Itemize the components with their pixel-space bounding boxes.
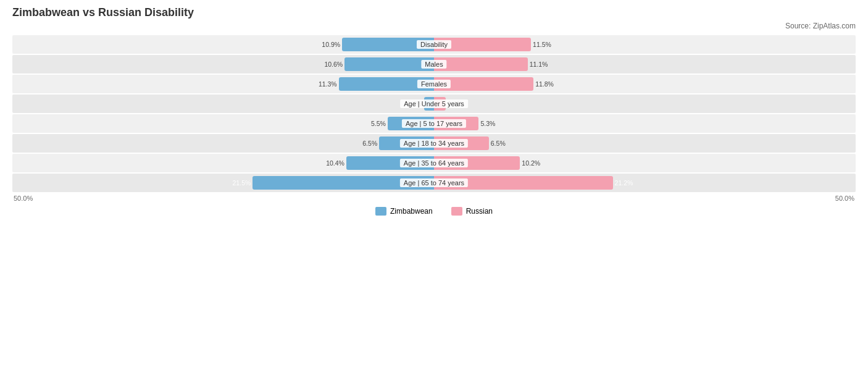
blue-bar-value: 5.5%	[371, 120, 386, 127]
pink-bar	[434, 57, 528, 71]
pink-bar-value: 11.8%	[535, 80, 554, 88]
pink-bar	[434, 176, 613, 190]
bar-row: 10.9%Disability11.5%	[12, 35, 856, 54]
pink-bar	[434, 156, 520, 170]
bar-row: 11.3%Females11.8%	[12, 75, 856, 93]
axis-right: 50.0%	[835, 195, 854, 202]
blue-bar-value: 10.9%	[322, 41, 340, 48]
axis-labels: 50.0% 50.0%	[12, 195, 856, 202]
legend: Zimbabwean Russian	[12, 207, 856, 216]
legend-label-zimbabwean: Zimbabwean	[390, 207, 433, 216]
bar-row: 1.2%Age | Under 5 years1.4%	[12, 94, 856, 113]
pink-bar-value: 1.4%	[448, 100, 462, 107]
pink-bar	[434, 97, 446, 111]
blue-bar-value: 1.2%	[407, 100, 422, 107]
legend-item-russian: Russian	[451, 207, 493, 216]
blue-bar	[379, 136, 434, 150]
bar-row: 21.5%Age | 65 to 74 years21.2%	[12, 174, 856, 192]
pink-bar-value: 21.2%	[615, 179, 633, 187]
pink-bar	[434, 77, 533, 91]
pink-bar	[434, 38, 531, 51]
pink-bar-value: 11.5%	[533, 41, 551, 48]
pink-bar-value: 11.1%	[530, 61, 548, 68]
blue-bar	[424, 97, 434, 111]
pink-bar	[434, 117, 478, 130]
bar-row: 5.5%Age | 5 to 17 years5.3%	[12, 114, 856, 133]
blue-bar-value: 10.6%	[324, 61, 343, 68]
blue-bar	[339, 77, 434, 91]
blue-bar	[346, 156, 434, 170]
pink-bar-value: 6.5%	[491, 140, 506, 147]
bar-row: 10.6%Males11.1%	[12, 55, 856, 74]
bar-row: 10.4%Age | 35 to 64 years10.2%	[12, 154, 856, 172]
blue-bar-value: 6.5%	[362, 140, 377, 147]
legend-color-russian	[451, 207, 462, 216]
axis-left: 50.0%	[14, 195, 33, 202]
blue-bar	[342, 38, 434, 51]
pink-bar-value: 5.3%	[480, 120, 495, 127]
blue-bar	[388, 117, 434, 130]
blue-bar	[252, 176, 434, 190]
pink-bar-value: 10.2%	[522, 159, 540, 167]
chart-title: Zimbabwean vs Russian Disability	[12, 6, 856, 19]
blue-bar-value: 21.5%	[233, 179, 251, 187]
pink-bar	[434, 136, 489, 150]
legend-label-russian: Russian	[466, 207, 493, 216]
legend-item-zimbabwean: Zimbabwean	[375, 207, 433, 216]
chart-container: 10.9%Disability11.5%10.6%Males11.1%11.3%…	[12, 35, 856, 192]
blue-bar	[344, 57, 434, 71]
legend-color-zimbabwean	[375, 207, 386, 216]
source-label: Source: ZipAtlas.com	[12, 22, 856, 30]
bar-row: 6.5%Age | 18 to 34 years6.5%	[12, 134, 856, 153]
blue-bar-value: 11.3%	[319, 80, 337, 88]
blue-bar-value: 10.4%	[326, 159, 344, 167]
